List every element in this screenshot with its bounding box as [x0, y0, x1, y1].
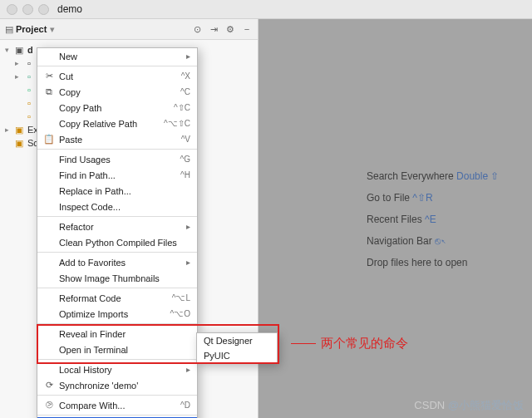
- menu-copy[interactable]: ⧉Copy^C: [37, 84, 197, 100]
- menu-local-history[interactable]: Local History▸: [37, 361, 197, 377]
- sync-icon: ⟳: [42, 380, 56, 391]
- paste-icon: 📋: [42, 134, 56, 145]
- welcome-recent: Recent Files ^E: [367, 214, 532, 225]
- hide-icon[interactable]: −: [241, 23, 253, 35]
- sidebar-title: Project: [16, 24, 47, 34]
- menu-add-fav[interactable]: Add to Favorites▸: [37, 254, 197, 270]
- sidebar-header[interactable]: ▤ Project ▾ ⊙ ⇥ ⚙ −: [0, 19, 258, 40]
- welcome-goto: Go to File ^⇧R: [367, 192, 532, 204]
- menu-find-in-path[interactable]: Find in Path...^H: [37, 167, 197, 183]
- menu-clean[interactable]: Clean Python Compiled Files: [37, 234, 197, 250]
- window-title: demo: [57, 3, 82, 15]
- folder-icon: ▤: [5, 24, 13, 35]
- target-icon[interactable]: ⊙: [191, 23, 203, 35]
- external-tools-submenu: Qt Designer PyUIC: [196, 332, 278, 364]
- menu-new[interactable]: New▸: [37, 48, 197, 64]
- file-icon: ▫: [23, 71, 35, 82]
- gear-icon[interactable]: ⚙: [224, 23, 236, 35]
- compare-icon: ⧁: [42, 400, 56, 411]
- watermark: CSDN @小熊猫爱恰饭: [414, 398, 524, 413]
- file-icon: ▫: [23, 57, 35, 69]
- cut-icon: ✂: [42, 71, 56, 81]
- menu-paste[interactable]: 📋Paste^V: [37, 131, 197, 147]
- copy-icon: ⧉: [42, 86, 56, 97]
- min-dot[interactable]: [22, 4, 33, 15]
- menu-replace-in-path[interactable]: Replace in Path...: [37, 183, 197, 199]
- context-menu: New▸ ✂Cut^X ⧉Copy^C Copy Path^⇧C Copy Re…: [37, 47, 198, 418]
- annotation-label: 两个常见的命令: [291, 336, 408, 352]
- menu-compare[interactable]: ⧁Compare With...^D: [37, 397, 197, 413]
- file-icon: ▫: [23, 84, 35, 96]
- menu-reformat[interactable]: Reformat Code^⌥L: [37, 290, 197, 306]
- welcome-drop: Drop files here to open: [367, 257, 532, 268]
- menu-refactor[interactable]: Refactor▸: [37, 219, 197, 234]
- menu-find-usages[interactable]: Find Usages^G: [37, 151, 197, 167]
- submenu-qt-designer[interactable]: Qt Designer: [197, 333, 277, 348]
- menu-thumbnails[interactable]: Show Image Thumbnails: [37, 270, 197, 286]
- titlebar: demo: [0, 0, 532, 19]
- lib-icon: ▣: [13, 137, 25, 149]
- menu-cut[interactable]: ✂Cut^X: [37, 68, 197, 84]
- dropdown-icon[interactable]: ▾: [50, 24, 55, 35]
- lib-icon: ▣: [13, 124, 25, 135]
- collapse-icon[interactable]: ⇥: [208, 23, 219, 35]
- menu-copy-rel[interactable]: Copy Relative Path^⌥⇧C: [37, 116, 197, 131]
- max-dot[interactable]: [38, 4, 49, 15]
- close-dot[interactable]: [7, 4, 17, 15]
- welcome-panel: Search Everywhere Double ⇧ Go to File ^⇧…: [259, 19, 532, 418]
- file-icon: ▫: [23, 111, 35, 122]
- menu-sync[interactable]: ⟳Synchronize 'demo': [37, 377, 197, 393]
- menu-reveal[interactable]: Reveal in Finder: [37, 326, 197, 342]
- menu-inspect[interactable]: Inspect Code...: [37, 199, 197, 214]
- submenu-pyuic[interactable]: PyUIC: [197, 348, 277, 363]
- menu-terminal[interactable]: Open in Terminal: [37, 342, 197, 357]
- folder-icon: ▣: [13, 44, 25, 56]
- welcome-navbar: Navigation Bar ⎋↖: [367, 235, 532, 247]
- menu-optimize[interactable]: Optimize Imports^⌥O: [37, 306, 197, 322]
- file-icon: ▫: [23, 97, 35, 109]
- welcome-search: Search Everywhere Double ⇧: [367, 170, 532, 182]
- window-controls: [7, 4, 49, 15]
- menu-copy-path[interactable]: Copy Path^⇧C: [37, 100, 197, 116]
